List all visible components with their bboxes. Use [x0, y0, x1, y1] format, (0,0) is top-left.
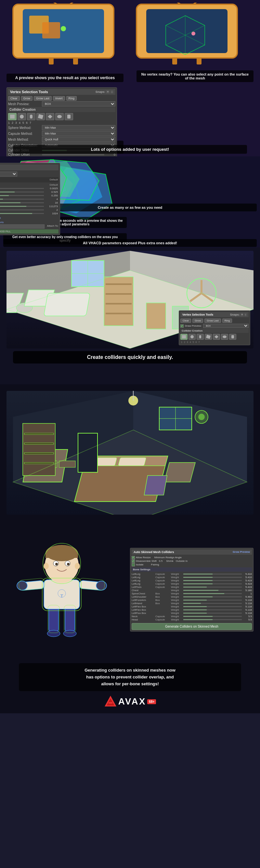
invert-btn[interactable]: Invert: [53, 96, 65, 101]
room-shape-btn-7[interactable]: [229, 334, 236, 340]
convex-to-input[interactable]: [0, 224, 44, 229]
svg-point-123: [67, 563, 70, 565]
svg-rect-33: [30, 115, 33, 119]
bone-slider-head[interactable]: [183, 619, 242, 620]
avax-logo: AVAX 68+: [104, 695, 156, 708]
shape-btn-4[interactable]: [36, 113, 45, 120]
svg-point-16: [191, 32, 195, 35]
isolate-checkbox[interactable]: [132, 563, 135, 566]
room-draw-preview-checkbox[interactable]: ✓: [180, 324, 184, 328]
room-clear-btn[interactable]: Clear: [180, 318, 191, 323]
tv-svg-left: Selecting: [10, 3, 120, 66]
bone-slider-chest[interactable]: [183, 590, 242, 591]
bone-slider-spinechest[interactable]: [183, 593, 242, 594]
svg-rect-96: [164, 463, 195, 482]
bone-slider-leftflex1[interactable]: [183, 606, 242, 607]
bone-slider-4[interactable]: [183, 587, 242, 588]
svg-rect-85: [118, 458, 146, 466]
svg-rect-57: [106, 283, 132, 285]
svg-rect-60: [106, 313, 132, 314]
bone-slider-leftshoulder[interactable]: [183, 596, 242, 597]
vhacd-param-concavity: Concavity 0.0025: [0, 187, 59, 190]
svg-point-124: [43, 563, 49, 569]
bone-slider-leftflex2[interactable]: [183, 610, 242, 610]
room-shape-btn-4[interactable]: [205, 334, 212, 340]
svg-rect-78: [231, 335, 234, 338]
vhacd-param-convex-ds: Convex Hull Downsampling 16: [0, 201, 59, 205]
room-shape-btn-5[interactable]: [213, 334, 220, 340]
bone-slider-neck[interactable]: [183, 616, 242, 617]
grow-last-btn[interactable]: Grow Last: [34, 96, 52, 101]
bone-row-2: LeftLeg Capsule Weight 5.419: [132, 579, 252, 582]
room-grow-last-btn[interactable]: Grow Last: [205, 318, 221, 323]
ring-btn[interactable]: Ring: [66, 96, 77, 101]
shape-btn-3[interactable]: [27, 113, 35, 120]
shape-btn-5[interactable]: [46, 113, 54, 120]
tv-left: Selecting: [10, 3, 127, 66]
generate-colliders-btn[interactable]: Generate Colliders on Skinned Mesh: [132, 623, 252, 630]
allow-resize-checkbox[interactable]: ✓: [132, 556, 135, 559]
grow-btn[interactable]: Grow: [21, 96, 33, 101]
bone-slider-3[interactable]: [183, 583, 242, 584]
room-shape-btn-1[interactable]: [180, 334, 188, 340]
svg-rect-5: [49, 58, 53, 64]
svg-rect-66: [146, 303, 166, 329]
vhacd-param-beta: Beta 0.250: [0, 194, 59, 197]
mesh-method-select[interactable]: Quick Hull: [42, 137, 115, 142]
bone-slider-2[interactable]: [183, 580, 242, 581]
bone-slider-1[interactable]: [183, 577, 242, 578]
svg-point-108: [63, 630, 76, 637]
room-grow-btn[interactable]: Grow: [192, 318, 203, 323]
room2-visual: [6, 391, 254, 515]
room-ring-btn[interactable]: Ring: [222, 318, 232, 323]
cyl-offset-slider[interactable]: [42, 154, 104, 155]
use-selected-verts-btn[interactable]: Use Selected Verts: [0, 221, 4, 224]
shape-btn-7[interactable]: [65, 113, 73, 120]
btn-row-1: Clear Grow Grow Last Invert Ring: [8, 96, 115, 101]
sphere-method-select[interactable]: Min Max: [42, 125, 115, 130]
svg-point-107: [47, 630, 60, 637]
svg-rect-105: [49, 606, 59, 632]
room-shape-btn-3[interactable]: [197, 334, 204, 340]
character-svg: T: [16, 531, 107, 648]
bone-row-leftshoulder: LeftShoulder Box Weight 5.493: [132, 595, 252, 598]
bone-slider-leftforearm[interactable]: [183, 600, 242, 600]
tv-svg-right: [133, 3, 244, 66]
mesh-preview-select[interactable]: BOXSphere: [42, 101, 115, 106]
shape-btn-2[interactable]: [17, 113, 26, 120]
bone-slider-0[interactable]: [183, 574, 242, 575]
svg-rect-92: [24, 453, 53, 454]
room-visual-1: Vertex Selection Tools Snaps: + - Clear …: [6, 251, 254, 348]
room-shape-btn-2[interactable]: [188, 334, 196, 340]
vhacd-param-force: Force <256 Tris Default: [0, 183, 59, 187]
bone-row-head: Head Capsule Weight 5.5: [132, 618, 252, 621]
svg-rect-34: [38, 114, 43, 119]
shape-btn-1[interactable]: [8, 113, 16, 120]
svg-point-36: [57, 115, 62, 118]
room2-svg: [6, 391, 254, 515]
shape-btn-6[interactable]: [55, 113, 64, 120]
mesh-preview-row: Mesh Preview: BOXSphere: [8, 101, 115, 106]
final-caption: Generating colliders on skinned meshes n…: [19, 663, 241, 691]
bone-slider-lefthand[interactable]: [183, 603, 242, 604]
bone-slider-leftflux[interactable]: [183, 613, 242, 614]
svg-point-113: [17, 581, 27, 590]
svg-rect-119: [45, 553, 78, 558]
svg-point-103: [198, 414, 205, 420]
svg-rect-91: [24, 443, 53, 444]
section-4-room: Vertex Selection Tools Snaps: + - Clear …: [0, 248, 260, 384]
capsule-method-select[interactable]: Min Max: [42, 131, 115, 136]
save-hull-btn[interactable]: Save Hulls as Asset: [0, 217, 1, 219]
svg-rect-106: [65, 606, 75, 632]
room-draw-preview-select[interactable]: BOX: [203, 324, 249, 328]
section-3-convex: Generate Convex Mesh Colliders in second…: [0, 156, 260, 248]
svg-point-32: [20, 115, 24, 119]
caption-lots-options: Lots of options added by user request!: [13, 145, 247, 154]
room-shape-btn-6[interactable]: [221, 334, 228, 340]
disassemble-checkbox[interactable]: ✓: [132, 560, 135, 563]
vhacd-draw-preview-select[interactable]: Finalize mesh: [0, 172, 17, 177]
clear-btn[interactable]: Clear: [8, 96, 20, 101]
vhacd-panel-title: VHACD: [0, 164, 59, 170]
section-3-right: Create as many or as few as you need VHA…: [130, 156, 260, 248]
caption-preview-left: A preview shows you the result as you se…: [6, 73, 123, 82]
